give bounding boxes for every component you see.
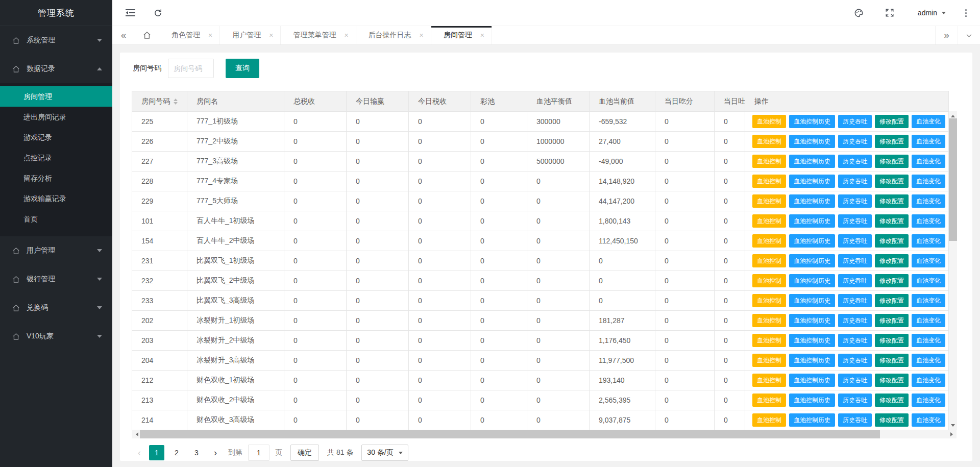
pool-control-button[interactable]: 血池控制: [752, 374, 786, 387]
prev-page-button[interactable]: ‹: [133, 445, 146, 460]
sort-icon[interactable]: [174, 96, 178, 107]
history-swallow-spit-button[interactable]: 历史吞吐: [838, 175, 872, 188]
tab-3[interactable]: 后台操作日志×: [356, 26, 431, 44]
history-swallow-spit-button[interactable]: 历史吞吐: [838, 234, 872, 248]
close-icon[interactable]: ×: [480, 31, 484, 39]
user-menu[interactable]: admin: [918, 9, 946, 17]
pool-control-button[interactable]: 血池控制: [752, 214, 786, 228]
modify-config-button[interactable]: 修改配置: [875, 214, 909, 228]
horizontal-scrollbar-thumb[interactable]: [140, 430, 880, 438]
scroll-left-icon[interactable]: [132, 430, 140, 438]
confirm-button[interactable]: 确定: [290, 445, 319, 461]
scroll-down-icon[interactable]: [949, 423, 957, 430]
pool-control-history-button[interactable]: 血池控制历史: [789, 314, 835, 327]
close-icon[interactable]: ×: [344, 31, 348, 39]
sidebar-subitem-2[interactable]: 游戏记录: [0, 127, 112, 148]
more-options-icon[interactable]: [963, 7, 969, 19]
modify-config-button[interactable]: 修改配置: [875, 175, 909, 188]
sidebar-item-bank-management[interactable]: 银行管理: [0, 265, 112, 293]
next-page-button[interactable]: ›: [209, 445, 222, 460]
modify-config-button[interactable]: 修改配置: [875, 234, 909, 248]
sidebar-subitem-4[interactable]: 留存分析: [0, 168, 112, 188]
fullscreen-icon[interactable]: [885, 8, 894, 17]
pool-control-button[interactable]: 血池控制: [752, 194, 786, 208]
sidebar-item-system-management[interactable]: 系统管理: [0, 26, 112, 55]
history-swallow-spit-button[interactable]: 历史吞吐: [838, 214, 872, 228]
pool-control-button[interactable]: 血池控制: [752, 234, 786, 248]
modify-config-button[interactable]: 修改配置: [875, 374, 909, 387]
scroll-up-icon[interactable]: [949, 111, 957, 118]
pool-change-button[interactable]: 血池变化: [912, 394, 945, 407]
sidebar-subitem-3[interactable]: 点控记录: [0, 148, 112, 168]
history-swallow-spit-button[interactable]: 历史吞吐: [838, 274, 872, 287]
close-icon[interactable]: ×: [208, 31, 212, 39]
sidebar-item-v10-player[interactable]: V10玩家: [0, 322, 112, 351]
page-button-3[interactable]: 3: [189, 445, 204, 460]
history-swallow-spit-button[interactable]: 历史吞吐: [838, 413, 872, 427]
modify-config-button[interactable]: 修改配置: [875, 274, 909, 287]
sidebar-subitem-0[interactable]: 房间管理: [0, 86, 112, 107]
modify-config-button[interactable]: 修改配置: [875, 334, 909, 347]
tab-4[interactable]: 房间管理×: [431, 26, 492, 44]
tab-1[interactable]: 用户管理×: [220, 26, 281, 44]
pool-change-button[interactable]: 血池变化: [912, 413, 945, 427]
pool-change-button[interactable]: 血池变化: [912, 334, 945, 347]
pool-control-history-button[interactable]: 血池控制历史: [789, 155, 835, 168]
pool-change-button[interactable]: 血池变化: [912, 274, 945, 287]
pool-control-button[interactable]: 血池控制: [752, 115, 786, 128]
vertical-scrollbar-thumb[interactable]: [949, 118, 957, 241]
goto-page-input[interactable]: [248, 445, 270, 461]
page-button-2[interactable]: 2: [169, 445, 184, 460]
query-button[interactable]: 查询: [226, 59, 259, 78]
pool-control-history-button[interactable]: 血池控制历史: [789, 334, 835, 347]
pool-control-button[interactable]: 血池控制: [752, 314, 786, 327]
pool-control-history-button[interactable]: 血池控制历史: [789, 135, 835, 148]
refresh-icon[interactable]: [154, 9, 162, 17]
pool-control-button[interactable]: 血池控制: [752, 175, 786, 188]
modify-config-button[interactable]: 修改配置: [875, 155, 909, 168]
history-swallow-spit-button[interactable]: 历史吞吐: [838, 334, 872, 347]
pool-control-button[interactable]: 血池控制: [752, 294, 786, 307]
history-swallow-spit-button[interactable]: 历史吞吐: [838, 394, 872, 407]
pool-control-button[interactable]: 血池控制: [752, 155, 786, 168]
vertical-scrollbar[interactable]: [949, 111, 957, 430]
pool-control-history-button[interactable]: 血池控制历史: [789, 394, 835, 407]
sort-desc-icon[interactable]: [174, 102, 178, 107]
pool-control-history-button[interactable]: 血池控制历史: [789, 194, 835, 208]
pool-change-button[interactable]: 血池变化: [912, 354, 945, 367]
collapse-sidebar-icon[interactable]: [126, 9, 135, 17]
pool-control-history-button[interactable]: 血池控制历史: [789, 214, 835, 228]
history-swallow-spit-button[interactable]: 历史吞吐: [838, 194, 872, 208]
pool-control-history-button[interactable]: 血池控制历史: [789, 274, 835, 287]
pool-control-history-button[interactable]: 血池控制历史: [789, 374, 835, 387]
modify-config-button[interactable]: 修改配置: [875, 115, 909, 128]
pool-control-button[interactable]: 血池控制: [752, 354, 786, 367]
close-icon[interactable]: ×: [420, 31, 424, 39]
pool-control-button[interactable]: 血池控制: [752, 254, 786, 267]
pool-control-history-button[interactable]: 血池控制历史: [789, 234, 835, 248]
pool-change-button[interactable]: 血池变化: [912, 294, 945, 307]
pool-change-button[interactable]: 血池变化: [912, 314, 945, 327]
pool-control-history-button[interactable]: 血池控制历史: [789, 115, 835, 128]
modify-config-button[interactable]: 修改配置: [875, 413, 909, 427]
pool-change-button[interactable]: 血池变化: [912, 175, 945, 188]
page-size-select[interactable]: 30 条/页: [361, 445, 408, 461]
pool-control-button[interactable]: 血池控制: [752, 334, 786, 347]
column-header-room_id[interactable]: 房间号码: [132, 91, 187, 112]
pool-change-button[interactable]: 血池变化: [912, 135, 945, 148]
tab-2[interactable]: 管理菜单管理×: [281, 26, 356, 44]
modify-config-button[interactable]: 修改配置: [875, 254, 909, 267]
sidebar-item-data-records[interactable]: 数据记录: [0, 55, 112, 83]
pool-change-button[interactable]: 血池变化: [912, 155, 945, 168]
pool-control-button[interactable]: 血池控制: [752, 274, 786, 287]
home-tab[interactable]: [135, 26, 159, 44]
pool-change-button[interactable]: 血池变化: [912, 194, 945, 208]
sort-asc-icon[interactable]: [174, 96, 178, 101]
tabs-scroll-left-icon[interactable]: «: [112, 26, 135, 44]
pool-control-history-button[interactable]: 血池控制历史: [789, 413, 835, 427]
pool-change-button[interactable]: 血池变化: [912, 115, 945, 128]
sidebar-item-redeem-code[interactable]: 兑换码: [0, 293, 112, 322]
sidebar-subitem-5[interactable]: 游戏输赢记录: [0, 188, 112, 209]
page-button-1[interactable]: 1: [149, 445, 164, 460]
horizontal-scrollbar[interactable]: [132, 430, 957, 438]
